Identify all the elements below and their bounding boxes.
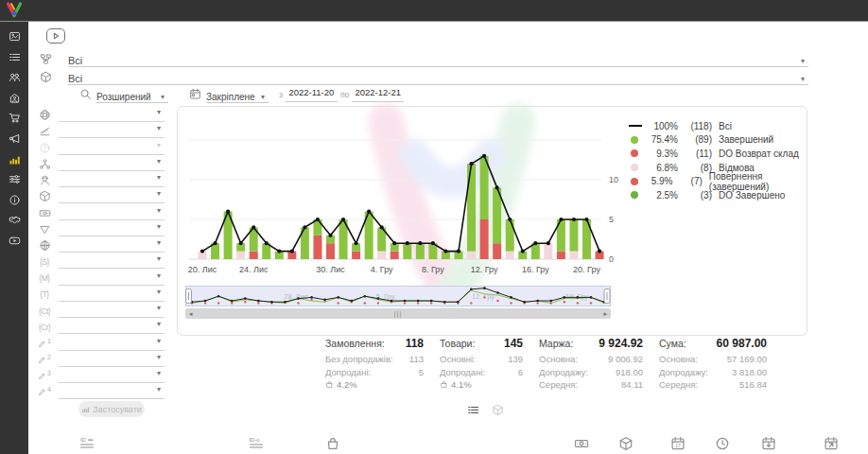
filter-select-10[interactable]: ▾	[59, 271, 165, 286]
upsell-share-badge: 4.2%	[325, 379, 424, 390]
filter-select-5[interactable]: ▾	[59, 189, 165, 203]
product-select-value: Всі	[68, 73, 82, 84]
view-toggle-list[interactable]	[467, 404, 479, 416]
scroll-left-icon[interactable]: ◂	[189, 310, 193, 318]
chevron-down-icon: ▾	[157, 304, 161, 316]
sidebar-item-info[interactable]	[9, 194, 21, 206]
product-select[interactable]: Всі ▾	[68, 68, 808, 85]
sidebar-item-list[interactable]	[9, 51, 21, 63]
clock-icon	[715, 436, 730, 451]
sidebar-item-dashboard[interactable]	[9, 30, 21, 43]
pencil-index: 1	[47, 338, 51, 350]
svg-text:30. Лис: 30. Лис	[316, 265, 345, 274]
brace-t-icon: {T}	[40, 289, 48, 299]
legend-item[interactable]: 5.9%(7)Повернення (завершений)	[629, 174, 807, 188]
info-icon	[9, 194, 21, 206]
footer-calendar-in-button[interactable]	[761, 436, 776, 451]
legend-dot-marker	[631, 149, 638, 157]
chevron-down-icon: ▾	[157, 141, 161, 153]
filter-select-12[interactable]: ▾	[59, 304, 165, 318]
sidebar-item-org[interactable]	[9, 92, 21, 104]
sidebar-item-people[interactable]	[9, 71, 21, 83]
chart-legend: 100%(118)Всі75.4%(89)Завершений9.3%(11)D…	[629, 119, 807, 202]
filter-row-web: ▾	[38, 237, 165, 253]
footer-calendar-17-button[interactable]: 17	[670, 436, 686, 451]
search-icon	[79, 88, 92, 100]
search-mode-select[interactable]: Розширений ▾	[96, 86, 168, 103]
scroll-right-icon[interactable]: ▸	[603, 310, 607, 318]
sidebar-item-sliders[interactable]	[9, 173, 21, 185]
filter-select-14[interactable]: ▾	[59, 337, 165, 351]
chevron-down-icon: ▾	[157, 337, 161, 349]
play-icon	[52, 32, 60, 40]
id-o-list-icon: ID-o	[249, 436, 264, 451]
filter-select-7[interactable]: ▾	[59, 222, 165, 236]
footer-bag-button[interactable]	[325, 436, 340, 451]
filter-select-9[interactable]: ▾	[59, 254, 165, 269]
legend-dot-marker	[631, 164, 638, 171]
stat-column: Маржа:9 924.92Основна:9 006.92Допродажу:…	[539, 337, 643, 392]
legend-item[interactable]: 75.4%(89)Завершений	[629, 133, 807, 148]
navigator-handle[interactable]	[604, 289, 610, 304]
status-group-select[interactable]: Всі ▾	[68, 50, 808, 67]
legend-dot-marker	[631, 178, 638, 185]
filter-select-13[interactable]: ▾	[59, 320, 165, 334]
filter-select-15[interactable]: ▾	[59, 353, 165, 367]
footer-id-o-list-button[interactable]: ID-o	[249, 436, 264, 451]
legend-percent: 9.3%	[645, 148, 678, 159]
date-to-input[interactable]: 2022-12-21	[352, 87, 404, 102]
orders-chart[interactable]: 051020. Лис24. Лис30. Лис4. Гру8. Гру12.…	[183, 111, 628, 285]
sidebar-item-video[interactable]	[9, 235, 21, 247]
date-from-input[interactable]: 2022-11-20	[286, 87, 338, 102]
sitemap-icon	[39, 158, 51, 170]
search-mode-value: Розширений	[96, 92, 151, 102]
filter-select-11[interactable]: ▾	[59, 288, 165, 302]
sidebar-item-cart[interactable]	[9, 112, 21, 124]
filter-row-pencil: 4▾	[38, 384, 165, 400]
chart-navigator[interactable]: 28. Лис5. Гру12. Гру19. Гру	[185, 286, 611, 306]
apply-filters-button[interactable]: Застосувати	[78, 401, 145, 417]
sidebar	[0, 22, 28, 454]
filter-select-6[interactable]: ▾	[59, 206, 165, 220]
filter-select-8[interactable]: ▾	[59, 238, 165, 253]
view-toggle-package[interactable]	[492, 404, 504, 416]
stat-title: Замовлення:	[325, 338, 385, 349]
chevron-down-icon: ▾	[157, 320, 161, 332]
footer-money-button[interactable]	[574, 436, 589, 451]
sidebar-item-chart[interactable]	[9, 153, 21, 166]
footer-package-button[interactable]	[618, 436, 634, 451]
svg-text:4. Гру: 4. Гру	[371, 265, 393, 274]
chevron-down-icon: ▾	[157, 288, 161, 300]
footer-calendar-out-button[interactable]	[824, 436, 839, 451]
app-logo[interactable]	[4, 1, 25, 20]
navigator-handle[interactable]	[186, 289, 192, 304]
stat-title: Сума:	[659, 338, 686, 349]
filter-select-4[interactable]: ▾	[59, 173, 165, 187]
dashboard-icon	[9, 30, 21, 43]
chevron-down-icon: ▾	[801, 75, 805, 83]
video-tutorial-button[interactable]	[46, 28, 65, 44]
scrollbar-grip[interactable]: |||	[394, 310, 402, 317]
filter-select-2[interactable]: ▾	[59, 141, 165, 155]
sidebar-item-handshake[interactable]	[9, 214, 21, 226]
legend-item[interactable]: 100%(118)Всі	[629, 119, 807, 133]
sidebar-item-megaphone[interactable]	[9, 132, 21, 145]
footer-id-list-button[interactable]: ID	[79, 436, 95, 451]
footer-toolbar: IDID-o17	[0, 434, 868, 454]
legend-label: Всі	[719, 121, 732, 131]
footer-clock-button[interactable]	[715, 436, 730, 451]
filter-select-17[interactable]: ▾	[59, 385, 165, 399]
period-mode-select[interactable]: Закріплене ▾	[206, 86, 269, 103]
filter-select-16[interactable]: ▾	[59, 369, 165, 383]
filter-row-brace-ct: {Ct}▾	[38, 303, 165, 319]
chart-scrollbar[interactable]: ◂ ||| ▸	[185, 308, 611, 319]
filter-select-3[interactable]: ▾	[59, 157, 165, 171]
filter-select-0[interactable]: ▾	[59, 108, 165, 122]
legend-item[interactable]: 9.3%(11)DO Возврат склад	[629, 147, 807, 161]
chevron-down-icon: ▾	[157, 238, 161, 251]
bag-icon	[325, 436, 340, 451]
filter-select-1[interactable]: ▾	[59, 124, 165, 138]
svg-text:ID-o: ID-o	[250, 437, 260, 443]
megaphone-icon	[9, 132, 21, 145]
handshake-icon	[9, 214, 21, 226]
